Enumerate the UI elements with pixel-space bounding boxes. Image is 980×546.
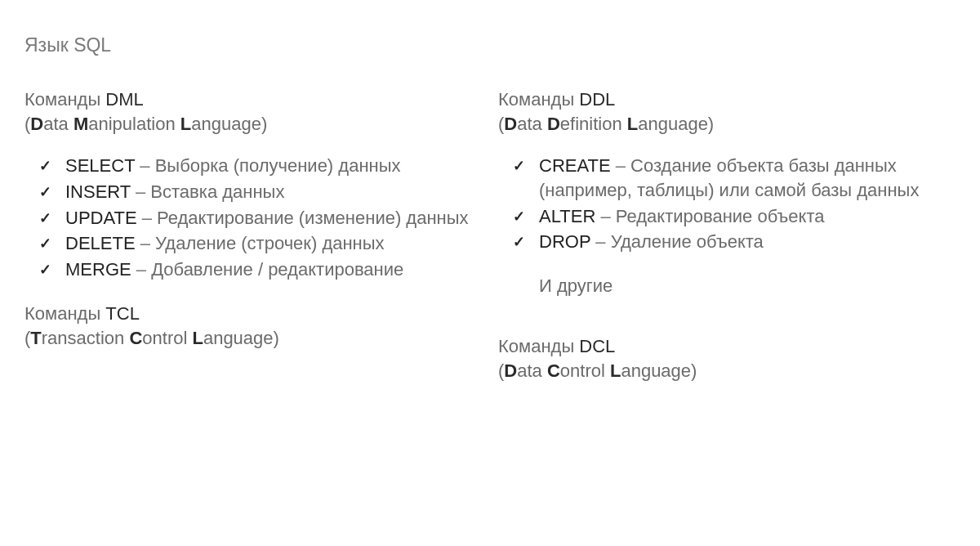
- dml-header-line2: (Data Manipulation Language): [24, 112, 482, 136]
- dash: –: [131, 259, 151, 280]
- ddl-prefix: Команды: [498, 89, 579, 110]
- ddl-abbr: DDL: [579, 89, 615, 110]
- tcl-prefix: Команды: [24, 303, 105, 324]
- dash: –: [611, 155, 630, 176]
- dml-abbr: DML: [105, 89, 143, 110]
- dml-header-line1: Команды DML: [24, 87, 482, 112]
- bold-l: L: [180, 114, 191, 134]
- list-item: MERGE – Добавление / редактирование: [39, 257, 482, 282]
- txt-ontrol: ontrol: [142, 328, 192, 348]
- cmd-select: SELECT: [65, 155, 135, 176]
- bold-d: D: [504, 114, 517, 134]
- cmd-update: UPDATE: [65, 208, 137, 228]
- dash: –: [595, 206, 615, 226]
- list-item: DELETE – Удаление (строчек) данных: [39, 231, 482, 256]
- bold-l: L: [627, 114, 638, 134]
- cmd-delete: DELETE: [65, 233, 136, 253]
- cmd-merge: MERGE: [65, 259, 131, 280]
- txt-ata: ata: [43, 114, 74, 134]
- bold-d2: D: [547, 114, 560, 134]
- list-item: ALTER – Редактирование объекта: [513, 204, 956, 229]
- bold-m: M: [74, 114, 88, 134]
- list-item: DROP – Удаление объекта: [513, 230, 956, 254]
- desc: Удаление (строчек) данных: [155, 233, 385, 253]
- ddl-command-list: CREATE – Создание объекта базы данных (н…: [498, 154, 956, 254]
- txt-ontrol: ontrol: [560, 360, 610, 381]
- list-item: SELECT – Выборка (получение) данных: [39, 154, 482, 178]
- txt-anguage2: anguage): [203, 328, 279, 348]
- desc: Вставка данных: [150, 181, 284, 202]
- ddl-header-line1: Команды DDL: [498, 87, 956, 112]
- cmd-drop: DROP: [539, 231, 590, 252]
- txt-anipulation: anipulation: [88, 114, 180, 134]
- ddl-header-line2: (Data Definition Language): [498, 112, 956, 136]
- ddl-header: Команды DDL (Data Definition Language): [498, 87, 956, 136]
- tcl-abbr: TCL: [105, 303, 140, 324]
- txt-ata: ata: [517, 114, 547, 134]
- dash: –: [590, 231, 610, 252]
- cmd-insert: INSERT: [65, 181, 131, 202]
- dash: –: [135, 155, 154, 176]
- bold-l: L: [192, 328, 203, 348]
- dash: –: [137, 208, 157, 228]
- txt-anguage: anguage): [191, 114, 267, 134]
- dcl-header-line2: (Data Control Language): [498, 359, 956, 383]
- bold-c: C: [547, 360, 560, 381]
- desc: Удаление объекта: [611, 231, 764, 252]
- bold-d: D: [504, 360, 517, 381]
- dcl-header-line1: Команды DCL: [498, 334, 956, 359]
- dash: –: [131, 181, 150, 202]
- txt-ransaction: ransaction: [42, 328, 130, 348]
- bold-l: L: [610, 360, 621, 381]
- txt-anguage: anguage): [638, 114, 714, 134]
- left-column: Команды DML (Data Manipulation Language)…: [24, 87, 482, 389]
- list-item: UPDATE – Редактирование (изменение) данн…: [39, 206, 482, 230]
- tcl-header-line2: (Transaction Control Language): [24, 326, 482, 351]
- desc: Редактирование объекта: [616, 206, 825, 226]
- page-title: Язык SQL: [24, 33, 956, 58]
- desc: Редактирование (изменение) данных: [157, 208, 468, 228]
- txt-efinition: efinition: [560, 114, 627, 134]
- list-item: INSERT – Вставка данных: [39, 180, 482, 204]
- desc: Выборка (получение) данных: [155, 155, 401, 176]
- list-item: CREATE – Создание объекта базы данных (н…: [513, 154, 956, 202]
- cmd-create: CREATE: [539, 155, 611, 176]
- dml-prefix: Команды: [24, 89, 105, 110]
- dml-command-list: SELECT – Выборка (получение) данных INSE…: [24, 154, 482, 281]
- dcl-header: Команды DCL (Data Control Language): [498, 334, 956, 383]
- tcl-header: Команды TCL (Transaction Control Languag…: [24, 302, 482, 350]
- other-note: И другие: [498, 274, 956, 298]
- bold-d: D: [30, 114, 43, 134]
- bold-t: T: [30, 328, 41, 348]
- txt-anguage: anguage): [621, 360, 697, 381]
- dcl-prefix: Команды: [498, 336, 579, 356]
- right-column: Команды DDL (Data Definition Language) C…: [498, 87, 956, 389]
- dash: –: [136, 233, 155, 253]
- desc: Добавление / редактирование: [151, 259, 403, 280]
- columns-wrapper: Команды DML (Data Manipulation Language)…: [24, 87, 956, 389]
- dcl-abbr: DCL: [579, 336, 615, 356]
- dml-header: Команды DML (Data Manipulation Language): [24, 87, 482, 136]
- cmd-alter: ALTER: [539, 206, 595, 226]
- tcl-header-line1: Команды TCL: [24, 302, 482, 326]
- txt-ata: ata: [517, 360, 547, 381]
- bold-c: C: [129, 328, 142, 348]
